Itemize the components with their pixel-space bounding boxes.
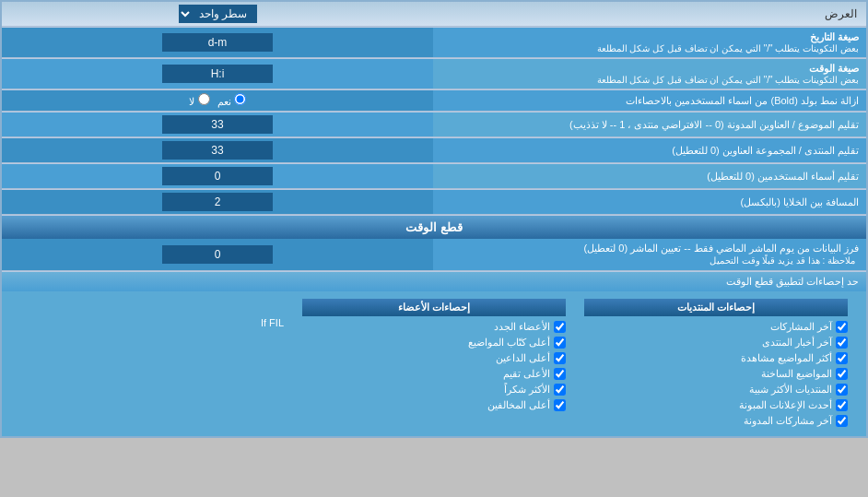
forum-per-page-label: تقليم المنتدى / المجموعة العناوين (0 للت…: [433, 138, 866, 162]
gap-between-label: المسافة بين الخلايا (بالبكسل): [433, 190, 866, 214]
topics-per-page-input[interactable]: 33: [162, 115, 273, 134]
topics-per-page-label: تقليم الموضوع / العناوين المدونة (0 -- ا…: [433, 112, 866, 136]
cb-item: الأعلى تقيم: [302, 366, 566, 382]
cb-forum-news-label: آخر أخبار المنتدى: [762, 337, 832, 349]
cb-top-inviters[interactable]: [554, 352, 566, 364]
bold-yes-label: نعم: [217, 93, 246, 108]
cb-item: الأكثر شكراً: [302, 382, 566, 397]
bold-yes-radio[interactable]: [234, 93, 246, 105]
bold-remove-input-cell[interactable]: نعم لا: [2, 90, 433, 111]
cb-hot-topics-label: المواضيع الساخنة: [761, 368, 832, 380]
users-per-page-input[interactable]: 0: [162, 167, 273, 185]
display-mode-select[interactable]: سطر واحد: [179, 5, 257, 23]
cutoff-input-cell[interactable]: 0: [2, 239, 433, 270]
if-fil-text: If FIL: [20, 317, 284, 328]
cb-top-writers-label: أعلى كتّاب المواضيع: [468, 337, 550, 349]
date-format-input-cell[interactable]: d-m: [2, 28, 433, 57]
gap-between-input-cell[interactable]: 2: [2, 190, 433, 214]
bold-no-label: لا: [189, 93, 209, 108]
cb-latest-posts[interactable]: [836, 321, 848, 333]
cb-item: المنتديات الأكثر شبية: [584, 382, 848, 397]
checkboxes-container: إحصاءات المنتديات آخر المشاركات آخر أخبا…: [11, 297, 857, 431]
cb-blog-posts[interactable]: [836, 415, 848, 427]
checkboxes-col-members: إحصاءات الأعضاء الأعضاء الجدد أعلى كتّاب…: [293, 297, 575, 431]
cb-item: أعلى كتّاب المواضيع: [302, 335, 566, 350]
cb-item: آخر أخبار المنتدى: [584, 335, 848, 350]
bold-remove-label: ازالة نمط بولد (Bold) من اسماء المستخدمي…: [433, 90, 866, 111]
time-cutoff-title: قطع الوقت: [2, 216, 866, 239]
cb-hot-topics[interactable]: [836, 368, 848, 380]
users-per-page-input-cell[interactable]: 0: [2, 164, 433, 188]
display-mode-label: العرض: [433, 2, 866, 26]
cutoff-row: فرز البيانات من يوم الماشر الماضي فقط --…: [2, 239, 866, 270]
cb-most-viewed-label: أكثر المواضيع مشاهدة: [741, 352, 832, 364]
bold-remove-row: ازالة نمط بولد (Bold) من اسماء المستخدمي…: [2, 90, 866, 111]
display-mode-input-cell[interactable]: سطر واحد: [2, 2, 433, 26]
time-format-input-cell[interactable]: H:i: [2, 59, 433, 89]
checkboxes-col-forums: إحصاءات المنتديات آخر المشاركات آخر أخبا…: [575, 297, 857, 431]
time-format-input[interactable]: H:i: [162, 65, 273, 83]
time-format-row: صيغة الوقت بعض التكوينات يتطلب "/" التي …: [2, 59, 866, 89]
col2-header: إحصاءات الأعضاء: [302, 299, 566, 316]
date-format-label: صيغة التاريخ بعض التكوينات يتطلب "/" الت…: [433, 28, 866, 57]
forum-per-page-input-cell[interactable]: 33: [2, 138, 433, 162]
cb-top-rated[interactable]: [554, 368, 566, 380]
forum-per-page-row: تقليم المنتدى / المجموعة العناوين (0 للت…: [2, 138, 866, 162]
cb-top-inviters-label: أعلى الداعين: [496, 352, 550, 364]
checkboxes-col-extra: If FIL: [11, 297, 293, 431]
cb-top-violators[interactable]: [554, 399, 566, 411]
cb-similar-forums[interactable]: [836, 384, 848, 396]
cb-most-thanks[interactable]: [554, 384, 566, 396]
cb-item: أعلى الداعين: [302, 350, 566, 366]
cb-latest-ads[interactable]: [836, 399, 848, 411]
cb-latest-posts-label: آخر المشاركات: [770, 321, 832, 333]
cb-forum-news[interactable]: [836, 337, 848, 349]
limit-stats-row: حد إحصاءات لتطبيق قطع الوقت: [2, 272, 866, 291]
cb-most-thanks-label: الأكثر شكراً: [504, 384, 550, 396]
gap-between-row: المسافة بين الخلايا (بالبكسل) 2: [2, 190, 866, 214]
time-format-label: صيغة الوقت بعض التكوينات يتطلب "/" التي …: [433, 59, 866, 89]
cb-top-rated-label: الأعلى تقيم: [503, 368, 550, 380]
cb-similar-forums-label: المنتديات الأكثر شبية: [749, 384, 832, 396]
forum-per-page-input[interactable]: 33: [162, 141, 273, 160]
topics-per-page-row: تقليم الموضوع / العناوين المدونة (0 -- ا…: [2, 112, 866, 136]
gap-between-input[interactable]: 2: [162, 193, 273, 211]
topics-per-page-input-cell[interactable]: 33: [2, 112, 433, 136]
checkboxes-row: إحصاءات المنتديات آخر المشاركات آخر أخبا…: [2, 291, 866, 436]
cb-item: أحدث الإعلانات المبونة: [584, 397, 848, 413]
date-format-row: صيغة التاريخ بعض التكوينات يتطلب "/" الت…: [2, 28, 866, 57]
limit-stats-label: حد إحصاءات لتطبيق قطع الوقت: [2, 272, 866, 291]
cutoff-label: فرز البيانات من يوم الماشر الماضي فقط --…: [433, 239, 866, 270]
cb-item: آخر مشاركات المدونة: [584, 413, 848, 429]
cb-new-members[interactable]: [554, 321, 566, 333]
bold-no-radio[interactable]: [198, 93, 210, 105]
users-per-page-label: تقليم أسماء المستخدمين (0 للتعطيل): [433, 164, 866, 188]
cb-latest-ads-label: أحدث الإعلانات المبونة: [739, 399, 832, 411]
cb-top-writers[interactable]: [554, 337, 566, 349]
date-format-input[interactable]: d-m: [162, 33, 273, 52]
cutoff-input[interactable]: 0: [162, 245, 273, 264]
col1-header: إحصاءات المنتديات: [584, 299, 848, 316]
cb-blog-posts-label: آخر مشاركات المدونة: [744, 415, 832, 427]
cb-item: المواضيع الساخنة: [584, 366, 848, 382]
cb-new-members-label: الأعضاء الجدد: [494, 321, 550, 333]
cb-item: الأعضاء الجدد: [302, 319, 566, 335]
cb-item: آخر المشاركات: [584, 319, 848, 335]
time-cutoff-header: قطع الوقت: [2, 216, 866, 239]
cb-top-violators-label: أعلى المخالفين: [487, 399, 550, 411]
users-per-page-row: تقليم أسماء المستخدمين (0 للتعطيل) 0: [2, 164, 866, 188]
cb-item: أكثر المواضيع مشاهدة: [584, 350, 848, 366]
cb-most-viewed[interactable]: [836, 352, 848, 364]
cb-item: أعلى المخالفين: [302, 397, 566, 413]
display-mode-row: العرض سطر واحد: [2, 2, 866, 26]
